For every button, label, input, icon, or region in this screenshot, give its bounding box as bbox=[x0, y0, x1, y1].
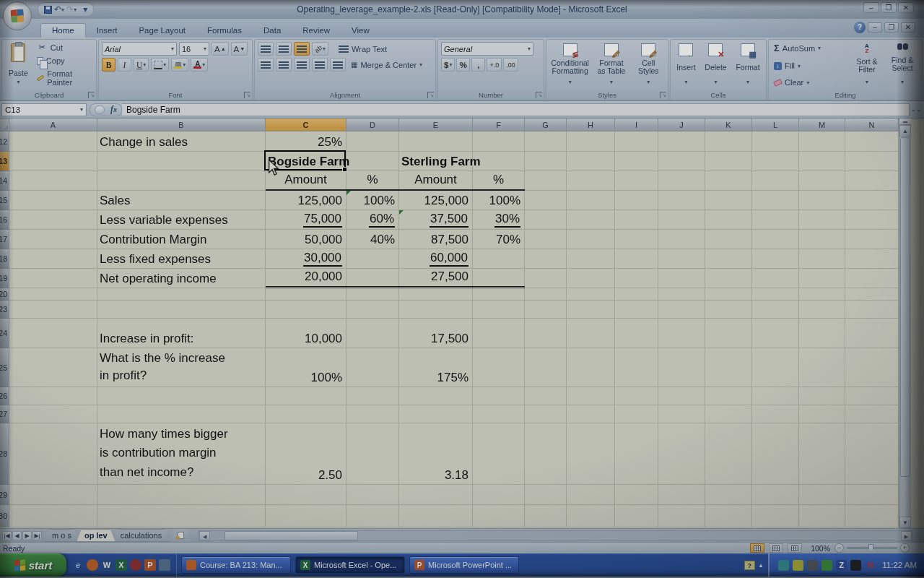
autosum-button[interactable]: ΣAutoSum▾ bbox=[772, 42, 848, 54]
row-header-30[interactable]: 30 bbox=[0, 505, 9, 527]
row-header-28[interactable]: 28 bbox=[0, 423, 9, 485]
column-header-I[interactable]: I bbox=[615, 118, 658, 131]
column-header-D[interactable]: D bbox=[346, 118, 399, 131]
align-bottom-button[interactable] bbox=[294, 42, 310, 56]
row-header-12[interactable]: 12 bbox=[0, 131, 9, 152]
restore-button[interactable]: ❒ bbox=[881, 2, 897, 13]
horizontal-scrollbar[interactable]: ◀ ▶ bbox=[199, 530, 912, 541]
formula-bar-handle[interactable] bbox=[95, 105, 105, 114]
cell-C24[interactable]: 10,000 bbox=[266, 319, 346, 348]
internet-explorer-icon[interactable]: e bbox=[72, 559, 84, 571]
cell-C28[interactable]: 2.50 bbox=[266, 423, 346, 485]
row-header-29[interactable]: 29 bbox=[0, 485, 9, 505]
page-break-view-button[interactable] bbox=[788, 543, 802, 553]
row-header-16[interactable]: 16 bbox=[0, 210, 9, 230]
expand-formula-bar-button[interactable]: ⌄⌄ bbox=[910, 103, 923, 116]
column-header-K[interactable]: K bbox=[705, 118, 752, 131]
row-header-14[interactable]: 14 bbox=[0, 171, 9, 191]
close-button[interactable]: ✕ bbox=[898, 2, 914, 13]
percent-style-button[interactable]: % bbox=[456, 58, 470, 72]
copy-button[interactable]: Copy bbox=[35, 56, 93, 66]
cell-B19[interactable]: Net operating income bbox=[97, 269, 266, 288]
cell-E28[interactable]: 3.18 bbox=[399, 423, 473, 485]
cell-E25[interactable]: 175% bbox=[399, 348, 473, 387]
cell-B16[interactable]: Less variable expenses bbox=[97, 210, 266, 230]
tray-icon-5[interactable]: Z bbox=[836, 560, 847, 571]
cell-C19[interactable]: 20,000 bbox=[266, 269, 346, 288]
cell-B15[interactable]: Sales bbox=[97, 191, 266, 210]
clipboard-dialog-launcher[interactable]: ↘ bbox=[88, 92, 95, 98]
row-header-26[interactable]: 26 bbox=[0, 387, 9, 405]
taskbar-button-microsoft-powerpoint-[interactable]: PMicrosoft PowerPoint ... bbox=[409, 556, 519, 574]
increase-decimal-button[interactable]: +.0 bbox=[487, 58, 502, 72]
tray-icon-7[interactable]: N bbox=[865, 560, 876, 571]
word-icon[interactable]: W bbox=[101, 559, 113, 571]
column-header-M[interactable]: M bbox=[799, 118, 845, 131]
previous-sheet-button[interactable]: ◀ bbox=[12, 531, 22, 540]
row-header-24[interactable]: 24 bbox=[0, 319, 9, 348]
cell-C25[interactable]: 100% bbox=[266, 348, 346, 387]
cell-E14[interactable]: Amount bbox=[399, 171, 473, 191]
cell-D17[interactable]: 40% bbox=[346, 230, 399, 249]
sheet-tab-calculations[interactable]: calculations bbox=[113, 529, 170, 542]
column-header-N[interactable]: N bbox=[845, 118, 899, 131]
formula-input[interactable]: Bogside Farm bbox=[122, 103, 910, 116]
cell-B25[interactable]: What is the % increase in profit? bbox=[97, 348, 266, 387]
underline-button[interactable]: U▾ bbox=[134, 58, 149, 72]
column-header-E[interactable]: E bbox=[399, 118, 473, 131]
cell-C16[interactable]: 75,000 bbox=[266, 210, 346, 230]
office-button[interactable] bbox=[3, 1, 32, 30]
row-header-15[interactable]: 15 bbox=[0, 191, 9, 210]
tab-review[interactable]: Review bbox=[292, 24, 341, 38]
cell-styles-button[interactable]: 🖉 Cell Styles▾ bbox=[632, 42, 664, 87]
font-size-select[interactable]: 16▾ bbox=[179, 42, 209, 56]
taskbar-button-course-ba-213-man-[interactable]: Course: BA 213: Man... bbox=[181, 556, 291, 574]
cell-B28[interactable]: How many times bigger is contribution ma… bbox=[97, 423, 266, 485]
cut-button[interactable]: ✂Cut bbox=[35, 42, 93, 53]
zoom-out-button[interactable]: − bbox=[834, 543, 844, 553]
zoom-level[interactable]: 100% bbox=[811, 544, 830, 553]
row-header-13[interactable]: 13 bbox=[0, 152, 9, 171]
bold-button[interactable]: B bbox=[102, 58, 116, 72]
cell-D15[interactable]: 100% bbox=[346, 191, 399, 210]
align-right-button[interactable] bbox=[294, 58, 310, 72]
column-header-H[interactable]: H bbox=[567, 118, 615, 131]
column-header-B[interactable]: B bbox=[97, 118, 266, 131]
cell-E16[interactable]: 37,500 bbox=[399, 210, 473, 230]
row-header-25[interactable]: 25 bbox=[0, 348, 9, 387]
row-header-27[interactable]: 27 bbox=[0, 405, 9, 423]
workbook-close-button[interactable]: ✕ bbox=[901, 22, 915, 33]
tab-home[interactable]: Home bbox=[40, 23, 86, 38]
paste-button[interactable]: Paste▾ bbox=[5, 42, 32, 87]
comma-style-button[interactable]: , bbox=[471, 58, 485, 72]
shrink-font-button[interactable]: A▼ bbox=[231, 42, 248, 56]
excel-icon[interactable]: X bbox=[116, 559, 127, 571]
accounting-format-button[interactable]: $▾ bbox=[441, 58, 455, 72]
vertical-scroll-thumb[interactable] bbox=[900, 137, 910, 477]
column-header-F[interactable]: F bbox=[473, 118, 525, 131]
fill-button[interactable]: ↓Fill▾ bbox=[772, 61, 848, 71]
column-header-C[interactable]: C bbox=[266, 118, 346, 131]
cell-F19[interactable] bbox=[473, 269, 525, 288]
merge-center-button[interactable]: ▦Merge & Center▾ bbox=[349, 60, 424, 70]
cell-B17[interactable]: Contribution Margin bbox=[97, 230, 266, 249]
delete-cells-button[interactable]: ✕ Delete▾ bbox=[702, 42, 728, 87]
cell-E15[interactable]: 125,000 bbox=[399, 191, 473, 210]
fill-color-button[interactable]: ▨▾ bbox=[171, 58, 188, 72]
language-bar-icon[interactable]: ? bbox=[744, 561, 755, 570]
cell-E17[interactable]: 87,500 bbox=[399, 230, 473, 249]
split-handle[interactable]: ▬ bbox=[899, 118, 911, 125]
tray-icon-1[interactable] bbox=[778, 560, 789, 571]
zoom-in-button[interactable]: + bbox=[900, 543, 910, 553]
cell-F17[interactable]: 70% bbox=[473, 230, 525, 249]
scroll-up-button[interactable]: ▲ bbox=[899, 125, 911, 137]
format-cells-button[interactable]: ▦ Format▾ bbox=[733, 42, 762, 87]
format-painter-button[interactable]: Format Painter bbox=[35, 69, 93, 87]
row-header-18[interactable]: 18 bbox=[0, 249, 9, 269]
cell-E13[interactable]: Sterling Farm bbox=[399, 152, 473, 171]
workbook-minimize-button[interactable]: – bbox=[868, 22, 882, 33]
cell-E18[interactable]: 60,000 bbox=[399, 249, 473, 269]
cell-D19[interactable] bbox=[346, 269, 399, 288]
column-header-L[interactable]: L bbox=[752, 118, 799, 131]
cell-E19[interactable]: 27,500 bbox=[399, 269, 473, 288]
